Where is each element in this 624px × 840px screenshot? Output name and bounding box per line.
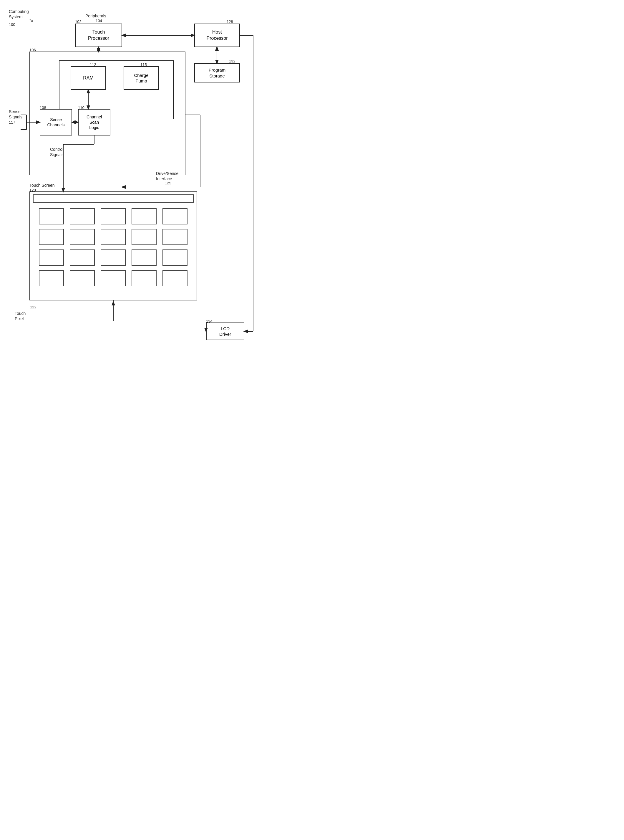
ram-block: RAM bbox=[71, 66, 106, 90]
touch-screen-label: Touch Screen bbox=[29, 183, 55, 188]
program-storage-num: 132 bbox=[229, 59, 235, 63]
touch-screen-box bbox=[29, 192, 197, 300]
sense-signals-label: SenseSignals bbox=[9, 109, 22, 119]
computing-system-arrow: ↘ bbox=[29, 17, 33, 23]
touch-pixel-label: TouchPixel bbox=[15, 311, 26, 321]
main-box-num: 106 bbox=[29, 48, 36, 52]
sense-signals-num: 117 bbox=[9, 120, 15, 125]
sense-channels-num: 108 bbox=[40, 105, 46, 110]
program-storage-block: ProgramStorage bbox=[194, 63, 240, 82]
charge-pump-block: ChargePump bbox=[124, 66, 159, 90]
ram-num: 112 bbox=[90, 62, 96, 67]
lcd-driver-block: LCDDriver bbox=[206, 323, 244, 340]
touch-processor-block: TouchProcessor bbox=[75, 23, 122, 47]
diagram: ComputingSystem 100 ↘ Peripherals 104 To… bbox=[0, 0, 283, 383]
channel-scan-num: 110 bbox=[78, 105, 85, 110]
computing-system-num: 100 bbox=[9, 22, 15, 27]
sense-channels-block: SenseChannels bbox=[40, 109, 72, 136]
peripherals-num: 104 bbox=[96, 19, 102, 23]
channel-scan-block: ChannelScanLogic bbox=[78, 109, 110, 136]
drive-sense-label: Drive/SenseInterface bbox=[156, 171, 178, 181]
lcd-driver-num: 134 bbox=[206, 319, 213, 323]
charge-pump-num: 115 bbox=[141, 62, 147, 67]
host-processor-num: 128 bbox=[227, 19, 233, 24]
drive-sense-num: 125 bbox=[165, 181, 171, 185]
host-processor-block: HostProcessor bbox=[194, 23, 240, 47]
peripherals-label: Peripherals bbox=[85, 13, 106, 19]
touch-pixel-num: 122 bbox=[30, 305, 37, 309]
control-signals-label: ControlSignals bbox=[50, 147, 63, 157]
touch-processor-num: 102 bbox=[75, 19, 82, 24]
computing-system-label: ComputingSystem bbox=[9, 9, 29, 19]
